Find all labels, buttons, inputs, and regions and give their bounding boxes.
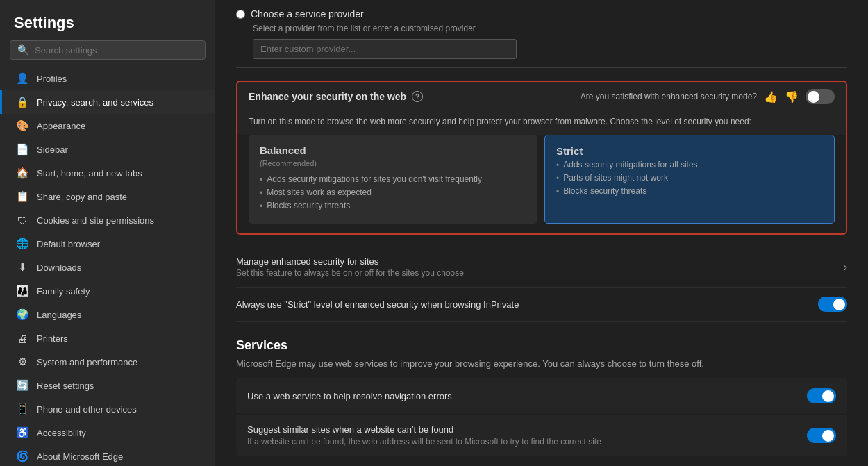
nav-label-privacy: Privacy, search, and services xyxy=(37,97,153,108)
choose-provider-radio[interactable] xyxy=(236,10,245,19)
strict-item-1: • Adds security mitigations for all site… xyxy=(556,160,823,170)
nav-errors-row: Use a web service to help resolve naviga… xyxy=(236,378,847,413)
enhanced-security-title: Enhance your security on the web ? xyxy=(249,91,423,102)
sidebar-item-languages[interactable]: 🌍 Languages xyxy=(0,303,215,326)
nav-label-languages: Languages xyxy=(37,310,81,320)
top-section: Choose a service provider Select a provi… xyxy=(236,0,847,68)
sidebar-item-printers[interactable]: 🖨 Printers xyxy=(0,326,215,350)
manage-security-title: Manage enhanced security for sites xyxy=(236,256,464,267)
nav-icon-family-safety: 👪 xyxy=(16,285,28,297)
nav-label-phone: Phone and other devices xyxy=(37,404,137,415)
thumbs-up-icon[interactable]: 👍 xyxy=(764,90,778,103)
header-right: Are you satisfied with enhanced security… xyxy=(581,89,835,104)
nav-label-reset: Reset settings xyxy=(37,381,94,391)
choose-provider-label: Choose a service provider xyxy=(251,8,364,19)
sidebar-item-appearance[interactable]: 🎨 Appearance xyxy=(0,114,215,138)
sidebar-item-about[interactable]: 🌀 About Microsoft Edge xyxy=(0,444,215,466)
sidebar-item-system[interactable]: ⚙ System and performance xyxy=(0,350,215,374)
strict-item-2: • Parts of sites might not work xyxy=(556,173,823,183)
nav-label-downloads: Downloads xyxy=(37,263,81,273)
nav-icon-cookies: 🛡 xyxy=(16,214,28,226)
search-input[interactable] xyxy=(35,45,198,56)
enhanced-security-header: Enhance your security on the web ? Are y… xyxy=(237,82,846,111)
custom-provider-input[interactable] xyxy=(253,39,517,59)
provider-sub: Select a provider from the list or enter… xyxy=(253,24,847,33)
satisfaction-text: Are you satisfied with enhanced security… xyxy=(581,92,757,101)
nav-icon-system: ⚙ xyxy=(16,356,28,368)
sidebar-item-share-copy[interactable]: 📋 Share, copy and paste xyxy=(0,185,215,208)
nav-label-share-copy: Share, copy and paste xyxy=(37,192,127,202)
sidebar-item-cookies[interactable]: 🛡 Cookies and site permissions xyxy=(0,208,215,232)
nav-icon-phone: 📱 xyxy=(16,403,28,415)
sidebar-item-privacy[interactable]: 🔒 Privacy, search, and services xyxy=(0,90,215,114)
manage-security-desc: Set this feature to always be on or off … xyxy=(236,268,464,278)
services-title: Services xyxy=(236,338,847,353)
balanced-item-2: • Most sites work as expected xyxy=(260,188,526,198)
sidebar-item-start-home[interactable]: 🏠 Start, home, and new tabs xyxy=(0,161,215,185)
inprivate-title: Always use "Strict" level of enhanced se… xyxy=(236,299,519,310)
nav-icon-share-copy: 📋 xyxy=(16,190,28,203)
app-title: Settings xyxy=(0,8,215,40)
similar-sites-row: Suggest similar sites when a website can… xyxy=(236,415,847,456)
nav-label-sidebar: Sidebar xyxy=(37,144,68,155)
nav-label-about: About Microsoft Edge xyxy=(37,451,123,462)
balanced-item-3: • Blocks security threats xyxy=(260,201,526,211)
nav-label-family-safety: Family safety xyxy=(37,286,90,297)
nav-label-profiles: Profiles xyxy=(37,74,67,84)
similar-sites-toggle[interactable] xyxy=(807,428,836,443)
inprivate-row: Always use "Strict" level of enhanced se… xyxy=(236,288,847,322)
nav-list: 👤 Profiles 🔒 Privacy, search, and servic… xyxy=(0,67,215,466)
sidebar-item-sidebar[interactable]: 📄 Sidebar xyxy=(0,138,215,161)
nav-label-cookies: Cookies and site permissions xyxy=(37,215,154,226)
strict-item-3: • Blocks security threats xyxy=(556,186,823,197)
nav-icon-profiles: 👤 xyxy=(16,72,28,85)
thumbs-down-icon[interactable]: 👎 xyxy=(785,90,799,103)
enhanced-security-box: Enhance your security on the web ? Are y… xyxy=(236,81,847,235)
nav-icon-privacy: 🔒 xyxy=(16,96,28,108)
balanced-subtitle: (Recommended) xyxy=(260,159,526,167)
manage-security-row[interactable]: Manage enhanced security for sites Set t… xyxy=(236,247,847,288)
sidebar-item-reset[interactable]: 🔄 Reset settings xyxy=(0,374,215,397)
main-content: Choose a service provider Select a provi… xyxy=(215,0,868,466)
nav-label-system: System and performance xyxy=(37,357,137,367)
balanced-option[interactable]: Balanced (Recommended) • Adds security m… xyxy=(249,135,537,224)
nav-errors-title: Use a web service to help resolve naviga… xyxy=(247,391,452,401)
services-desc: Microsoft Edge may use web services to i… xyxy=(236,358,847,369)
nav-icon-accessibility: ♿ xyxy=(16,426,28,439)
nav-icon-languages: 🌍 xyxy=(16,308,28,321)
similar-sites-title: Suggest similar sites when a website can… xyxy=(247,424,601,435)
inprivate-toggle[interactable] xyxy=(818,297,847,312)
nav-label-start-home: Start, home, and new tabs xyxy=(37,168,142,178)
nav-label-accessibility: Accessibility xyxy=(37,428,86,438)
sidebar-item-default-browser[interactable]: 🌐 Default browser xyxy=(0,232,215,256)
sidebar-item-family-safety[interactable]: 👪 Family safety xyxy=(0,279,215,303)
search-icon: 🔍 xyxy=(17,44,29,56)
nav-icon-downloads: ⬇ xyxy=(16,261,28,274)
sidebar-item-phone[interactable]: 📱 Phone and other devices xyxy=(0,397,215,421)
nav-errors-toggle[interactable] xyxy=(807,388,836,403)
nav-icon-printers: 🖨 xyxy=(16,332,28,344)
balanced-title: Balanced xyxy=(260,144,526,156)
security-options: Balanced (Recommended) • Adds security m… xyxy=(249,135,835,224)
sidebar-item-downloads[interactable]: ⬇ Downloads xyxy=(0,256,215,279)
nav-icon-reset: 🔄 xyxy=(16,379,28,392)
balanced-item-1: • Adds security mitigations for sites yo… xyxy=(260,174,526,185)
sidebar: Settings 🔍 👤 Profiles 🔒 Privacy, search,… xyxy=(0,0,215,466)
nav-icon-start-home: 🏠 xyxy=(16,167,28,179)
enhanced-security-toggle[interactable] xyxy=(806,89,835,104)
strict-title: Strict xyxy=(556,145,823,157)
enhanced-security-desc: Turn on this mode to browse the web more… xyxy=(237,111,846,135)
similar-sites-desc: If a website can't be found, the web add… xyxy=(247,437,601,447)
sidebar-item-profiles[interactable]: 👤 Profiles xyxy=(0,67,215,90)
nav-label-printers: Printers xyxy=(37,333,68,344)
sidebar-item-accessibility[interactable]: ♿ Accessibility xyxy=(0,421,215,444)
info-icon[interactable]: ? xyxy=(412,91,423,102)
strict-option[interactable]: Strict • Adds security mitigations for a… xyxy=(544,135,835,224)
nav-icon-sidebar: 📄 xyxy=(16,143,28,156)
nav-label-appearance: Appearance xyxy=(37,121,85,131)
nav-icon-default-browser: 🌐 xyxy=(16,238,28,250)
search-box[interactable]: 🔍 xyxy=(10,40,206,60)
nav-icon-appearance: 🎨 xyxy=(16,119,28,132)
chevron-right-icon: › xyxy=(844,261,847,274)
nav-icon-about: 🌀 xyxy=(16,450,28,463)
